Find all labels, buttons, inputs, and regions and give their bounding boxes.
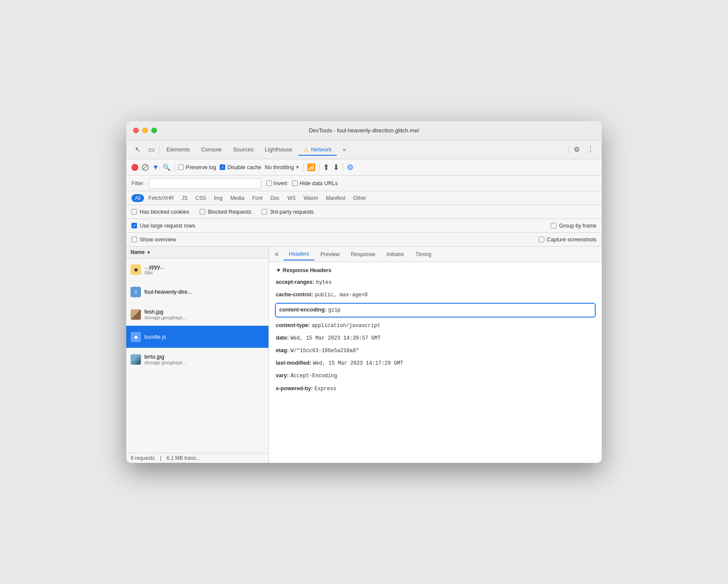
header-val-etag: W/"15cc63-186e5a210a8" bbox=[291, 347, 359, 355]
sec-divider-2 bbox=[303, 163, 303, 172]
settings-icon[interactable]: ⚙ bbox=[571, 144, 583, 156]
device-toggle-icon[interactable]: ▭ bbox=[145, 144, 157, 156]
record-button[interactable] bbox=[131, 164, 138, 171]
tab-timing[interactable]: Timing bbox=[410, 249, 437, 260]
request-title-fesh: fesh.jpg bbox=[144, 309, 264, 315]
disable-cache-checkbox[interactable]: ✓ bbox=[220, 164, 225, 170]
tab-network[interactable]: ⚠ Network bbox=[298, 144, 337, 156]
resource-btn-media[interactable]: Media bbox=[227, 194, 248, 202]
sec-divider-1 bbox=[174, 163, 175, 172]
third-party-checkbox[interactable] bbox=[262, 209, 267, 215]
request-item-fesh[interactable]: fesh.jpg storage.googleapi... bbox=[126, 303, 268, 326]
name-column-header: Name ▼ bbox=[126, 247, 268, 258]
filter-label: Filter bbox=[131, 180, 144, 186]
network-settings-icon[interactable]: ⚙ bbox=[347, 163, 354, 172]
filter-icon[interactable]: ▼ bbox=[152, 164, 159, 171]
large-rows-checkbox[interactable]: ✓ bbox=[131, 223, 137, 228]
header-row-content-type: content-type: application/javascript bbox=[276, 321, 595, 330]
resource-btn-wasm[interactable]: Wasm bbox=[300, 194, 322, 202]
header-row-etag: etag: W/"15cc63-186e5a210a8" bbox=[276, 346, 595, 355]
header-row-date: date: Wed, 15 Mar 2023 14:20:57 GMT bbox=[276, 334, 595, 343]
large-rows-label: Use large request rows bbox=[140, 223, 195, 229]
throttle-select[interactable]: No throttling ▼ bbox=[265, 164, 300, 170]
header-val-vary: Accept-Encoding bbox=[291, 372, 337, 380]
download-icon[interactable]: ⬇ bbox=[333, 163, 339, 172]
header-key-last-modified: last-modified: bbox=[276, 359, 311, 367]
invert-checkbox[interactable] bbox=[266, 180, 272, 186]
network-conditions-icon[interactable]: 📶 bbox=[307, 163, 316, 171]
cursor-icon[interactable]: ↖ bbox=[131, 144, 144, 156]
header-key-date: date: bbox=[276, 334, 289, 342]
warning-icon: ⚠ bbox=[303, 146, 309, 153]
tab-console[interactable]: Console bbox=[196, 144, 227, 155]
header-val-x-powered-by: Express bbox=[314, 385, 336, 393]
request-subtitle-brrto: storage.googleapi... bbox=[144, 360, 264, 365]
invert-label: Invert bbox=[274, 180, 287, 186]
preserve-log-group: Preserve log bbox=[178, 164, 216, 170]
header-val-content-encoding: gzip bbox=[328, 306, 341, 314]
preserve-log-checkbox[interactable] bbox=[178, 164, 184, 170]
tab-elements[interactable]: Elements bbox=[161, 144, 195, 155]
window-title: DevTools - foul-heavenly-direction.glitc… bbox=[309, 127, 419, 134]
resource-btn-font[interactable]: Font bbox=[249, 194, 266, 202]
resource-btn-manifest[interactable]: Manifest bbox=[322, 194, 349, 202]
has-blocked-cookies-checkbox[interactable] bbox=[131, 209, 137, 215]
maximize-button[interactable] bbox=[151, 128, 157, 133]
main-toolbar: ↖ ▭ Elements Console Sources Lighthouse … bbox=[126, 140, 602, 159]
resource-btn-fetch[interactable]: Fetch/XHR bbox=[145, 194, 177, 202]
request-icon-bundle: ◆ bbox=[131, 332, 141, 342]
header-val-cache-control: public, max-age=0 bbox=[315, 291, 367, 299]
resource-btn-doc[interactable]: Doc bbox=[267, 194, 283, 202]
third-party-option: 3rd-party requests bbox=[262, 209, 313, 215]
filter-input[interactable] bbox=[149, 178, 261, 189]
close-panel-button[interactable]: ✕ bbox=[272, 249, 281, 260]
minimize-button[interactable] bbox=[142, 128, 148, 133]
resource-btn-ws[interactable]: WS bbox=[284, 194, 299, 202]
toolbar-divider-1 bbox=[159, 145, 160, 154]
request-icon-fesh bbox=[131, 309, 141, 320]
resource-btn-img[interactable]: Img bbox=[211, 194, 226, 202]
tab-sources[interactable]: Sources bbox=[228, 144, 259, 155]
panel-tabs: ✕ Headers Preview Response Initiator Tim… bbox=[269, 247, 602, 262]
has-blocked-cookies-label: Has blocked cookies bbox=[140, 209, 189, 215]
resource-btn-js[interactable]: JS bbox=[178, 194, 191, 202]
request-item-bundle[interactable]: ◆ bundle.js bbox=[126, 326, 268, 348]
hide-data-urls-checkbox[interactable] bbox=[292, 180, 298, 186]
tab-response[interactable]: Response bbox=[346, 249, 380, 260]
request-list: ◆ ...ypyy... /libs ≡ foul-heavenly-dire.… bbox=[126, 258, 268, 453]
group-by-frame-checkbox[interactable] bbox=[551, 223, 556, 228]
request-icon-foul: ≡ bbox=[131, 287, 141, 297]
preserve-log-label: Preserve log bbox=[186, 164, 216, 170]
third-party-label: 3rd-party requests bbox=[270, 209, 313, 215]
resource-btn-css[interactable]: CSS bbox=[192, 194, 210, 202]
request-item-brrto[interactable]: brrto.jpg storage.googleapi... bbox=[126, 348, 268, 371]
tab-more[interactable]: » bbox=[338, 144, 351, 155]
upload-icon[interactable]: ⬆ bbox=[323, 163, 329, 172]
tab-initiator[interactable]: Initiator bbox=[381, 249, 409, 260]
request-title-brrto: brrto.jpg bbox=[144, 354, 264, 360]
capture-screenshots-checkbox[interactable] bbox=[539, 237, 544, 242]
close-button[interactable] bbox=[133, 128, 139, 133]
request-item-libs[interactable]: ◆ ...ypyy... /libs bbox=[126, 258, 268, 281]
header-row-last-modified: last-modified: Wed, 15 Mar 2023 14:17:29… bbox=[276, 359, 595, 368]
throttle-label: No throttling bbox=[265, 164, 294, 170]
search-icon[interactable]: 🔍 bbox=[163, 164, 171, 171]
request-text-libs: ...ypyy... /libs bbox=[144, 264, 264, 275]
tab-headers[interactable]: Headers bbox=[284, 248, 314, 260]
secondary-toolbar: ▼ 🔍 Preserve log ✓ Disable cache No thro… bbox=[126, 159, 602, 176]
header-row-content-encoding: content-encoding: gzip bbox=[275, 303, 596, 317]
resource-btn-other[interactable]: Other bbox=[350, 194, 370, 202]
hide-data-urls-label: Hide data URLs bbox=[300, 180, 338, 186]
request-item-foul[interactable]: ≡ foul-heavenly-dire... bbox=[126, 281, 268, 303]
blocked-requests-checkbox[interactable] bbox=[200, 209, 205, 215]
request-icon-libs: ◆ bbox=[131, 264, 141, 275]
tab-preview[interactable]: Preview bbox=[315, 249, 345, 260]
tab-lighthouse[interactable]: Lighthouse bbox=[260, 144, 298, 155]
block-button[interactable] bbox=[142, 164, 149, 171]
transferred-size: 6.1 MB trans... bbox=[166, 455, 200, 461]
more-menu-icon[interactable]: ⋮ bbox=[584, 144, 597, 156]
separator: | bbox=[160, 455, 161, 461]
blocked-requests-label: Blocked Requests bbox=[208, 209, 252, 215]
show-overview-checkbox[interactable] bbox=[131, 237, 137, 242]
resource-btn-all[interactable]: All bbox=[131, 194, 144, 202]
